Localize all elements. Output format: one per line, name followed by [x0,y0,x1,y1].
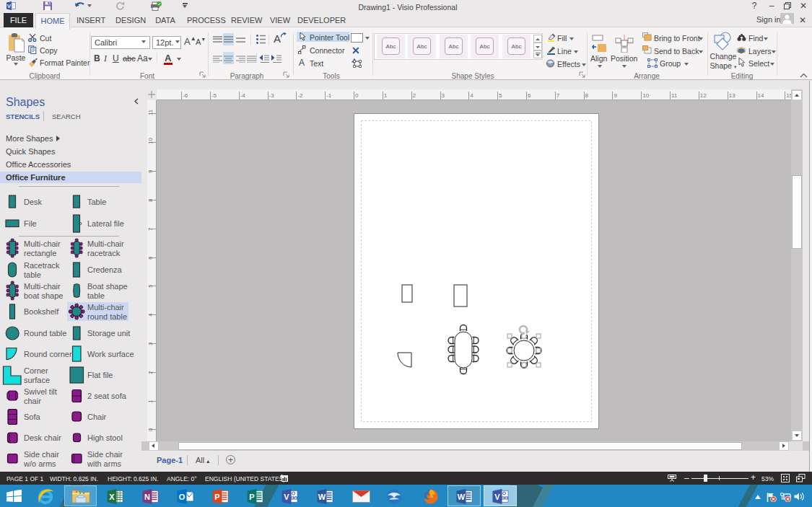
svg-text:O: O [179,493,185,501]
svg-text:X: X [109,493,115,501]
svg-text:P: P [214,493,219,501]
svg-text:W: W [458,493,466,501]
svg-text:V: V [494,493,500,501]
svg-text:P: P [249,493,254,501]
svg-text:W: W [318,493,326,501]
svg-text:N: N [144,493,150,501]
svg-text:V: V [7,3,12,9]
svg-text:V: V [284,493,289,501]
